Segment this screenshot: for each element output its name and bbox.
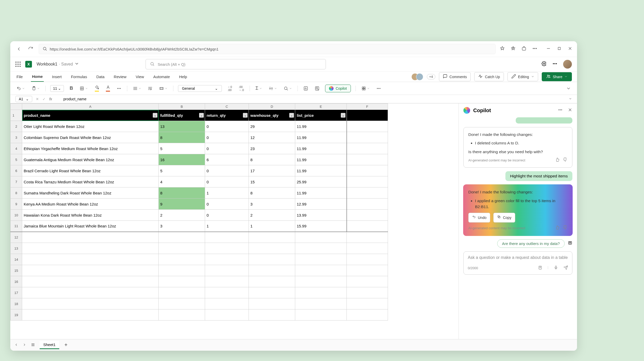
grid-cell[interactable] [347,221,388,232]
grid-cell[interactable] [295,232,347,243]
grid-cell[interactable] [159,309,205,321]
grid-cell[interactable] [347,176,388,187]
tab-automate[interactable]: Automate [152,72,171,81]
grid-cell[interactable]: Guatemala Antigua Medium Roast Whole Bea… [22,154,159,165]
grid-cell[interactable]: 25.99 [295,176,347,187]
filter-dropdown-icon[interactable]: ⌄ [341,113,345,118]
row-header[interactable]: 16 [11,276,22,287]
tab-home[interactable]: Home [31,72,44,82]
grid-cell[interactable] [22,309,159,321]
col-header-c[interactable]: C [205,104,249,110]
grid-cell[interactable]: 0 [205,132,249,143]
grid-cell[interactable]: 29 [249,121,295,132]
grid-cell[interactable] [347,110,388,121]
prev-sheet-button[interactable] [14,342,18,348]
grid-cell[interactable]: 13 [159,121,205,132]
increase-decimal-button[interactable]: ←0.00 [226,84,233,93]
autosum-button[interactable]: Σ [255,85,263,92]
bold-button[interactable]: B [69,85,74,92]
grid-cell[interactable]: 8 [159,132,205,143]
col-header-e[interactable]: E [295,104,347,110]
sort-filter-button[interactable] [268,85,278,92]
grid-cell[interactable]: Jamaica Blue Mountain Light Roast Whole … [22,221,159,232]
table-header-cell[interactable]: list_price⌄ [295,110,347,121]
grid-cell[interactable] [347,309,388,321]
grid-cell[interactable]: 11.99 [295,154,347,165]
row-header[interactable]: 3 [11,132,22,143]
grid-cell[interactable]: 2 [249,210,295,221]
grid-cell[interactable] [295,254,347,265]
grid-cell[interactable] [249,309,295,321]
copilot-input[interactable]: Ask a question or make a request about d… [463,251,572,275]
grid-cell[interactable] [22,265,159,276]
row-header[interactable]: 5 [11,154,22,165]
grid-cell[interactable]: 8 [249,154,295,165]
more-icon[interactable] [558,108,563,113]
add-sheet-button[interactable] [64,342,68,348]
sheet-tab[interactable]: Sheet1 [40,341,59,349]
col-header-d[interactable]: D [249,104,295,110]
grid-cell[interactable] [295,298,347,309]
grid-cell[interactable] [347,276,388,287]
col-header-a[interactable]: A [22,104,159,110]
grid-cell[interactable]: 11.99 [295,121,347,132]
analyze-data-button[interactable] [302,85,309,92]
row-header[interactable]: 6 [11,165,22,176]
grid-cell[interactable]: 11.99 [295,187,347,199]
collaborator-avatar[interactable] [416,73,423,80]
number-format-select[interactable]: General⌄ [178,85,222,92]
tab-review[interactable]: Review [113,72,128,81]
grid-cell[interactable]: Ethiopian Yirgacheffe Medium Roast Whole… [22,143,159,154]
tab-formulas[interactable]: Formulas [70,72,88,81]
maximize-button[interactable] [557,46,562,52]
grid-cell[interactable] [295,265,347,276]
row-header[interactable]: 8 [11,187,22,199]
undo-action-button[interactable]: Undo [468,213,490,223]
settings-icon[interactable] [541,61,547,67]
grid-cell[interactable]: Kenya AA Medium Roast Whole Bean 12oz [22,199,159,210]
grid-cell[interactable]: 8 [159,187,205,199]
more-icon[interactable] [532,46,537,52]
grid-cell[interactable] [249,243,295,254]
addins-button[interactable] [360,85,371,92]
grid-cell[interactable]: 3 [159,221,205,232]
grid-cell[interactable] [205,254,249,265]
close-button[interactable] [568,46,572,52]
expand-formula-bar[interactable] [569,96,572,102]
grid-cell[interactable] [295,309,347,321]
grid-cell[interactable] [159,232,205,243]
tab-file[interactable]: File [15,72,24,81]
col-header-f[interactable]: F [347,104,388,110]
thumbs-up-icon[interactable] [555,225,560,231]
grid-cell[interactable]: 0 [205,121,249,132]
grid-cell[interactable] [249,276,295,287]
row-header[interactable]: 12 [11,232,22,243]
table-header-cell[interactable]: warehouse_qty⌄ [249,110,295,121]
grid-cell[interactable] [295,276,347,287]
grid-cell[interactable] [347,287,388,298]
back-button[interactable] [15,45,23,53]
filter-dropdown-icon[interactable]: ⌄ [199,113,204,118]
minimize-button[interactable] [546,46,551,52]
tab-insert[interactable]: Insert [51,72,63,81]
row-header[interactable]: 2 [11,121,22,132]
select-all-corner[interactable] [11,104,22,110]
grid-cell[interactable]: 12.99 [295,199,347,210]
grid-cell[interactable] [347,298,388,309]
ideas-button[interactable] [314,85,320,92]
grid-cell[interactable]: Colombian Supremo Dark Roast Whole Bean … [22,132,159,143]
editing-button[interactable]: Editing [507,72,538,81]
grid-cell[interactable] [159,254,205,265]
grid-cell[interactable]: 15 [249,176,295,187]
row-header[interactable]: 18 [11,298,22,309]
app-launcher-icon[interactable] [15,62,21,67]
grid-cell[interactable] [249,265,295,276]
row-header[interactable]: 9 [11,199,22,210]
filter-dropdown-icon[interactable]: ⌄ [243,113,248,118]
spreadsheet-grid[interactable]: A B C D E F 1 product_name⌄ fullfilled_q… [10,103,459,339]
fill-color-button[interactable] [94,84,100,93]
grid-cell[interactable] [159,265,205,276]
align-button[interactable] [132,85,142,92]
cancel-formula-icon[interactable]: ✕ [36,97,39,101]
grid-cell[interactable] [159,287,205,298]
